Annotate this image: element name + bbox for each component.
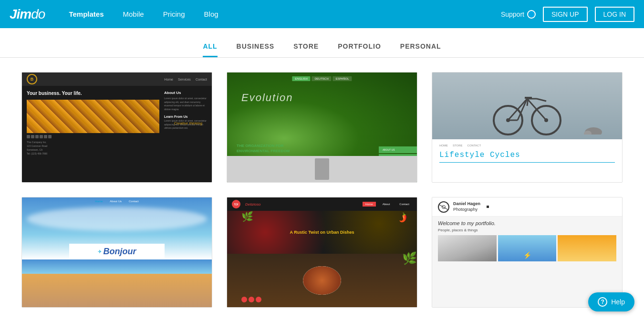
filter-bar: ALL BUSINESS STORE PORTFOLIO PERSONAL	[0, 28, 644, 58]
card5-pasta-section: 🌿	[227, 254, 417, 307]
card6-photographer-name: Daniel HagenPhotography	[453, 201, 480, 212]
bike-svg	[489, 80, 565, 137]
card2-bg: ENGLISH DEUTSCH ESPAÑOL Evolution ABOUT …	[227, 72, 417, 182]
card4-title-box: ✈ Bonjour	[69, 244, 165, 259]
help-icon: ?	[598, 297, 607, 307]
card4-nav: Home About Us Contact	[22, 200, 212, 203]
nav-templates[interactable]: Templates	[59, 0, 113, 28]
card5-tomatoes	[241, 297, 261, 302]
header: Jimdo Templates Mobile Pricing Blog Supp…	[0, 0, 644, 28]
nav-mobile[interactable]: Mobile	[114, 0, 154, 28]
card1-body: Your business. Your life.	[22, 86, 212, 182]
card5-headline: A Rustic Twist on Urban Dishes	[290, 230, 354, 235]
nav-blog[interactable]: Blog	[195, 0, 228, 28]
card3-title: Lifestyle Cycles	[439, 151, 615, 159]
card2-lamp	[227, 156, 417, 182]
card5-hero: 🌿 🌶️ A Rustic Twist on Urban Dishes	[227, 211, 417, 254]
card3-nav: HOME STORE CONTACT	[439, 144, 615, 147]
card5-nav: Home About Contact	[363, 202, 412, 207]
card1-image	[27, 100, 159, 133]
login-button[interactable]: LOG IN	[595, 7, 634, 22]
rocks-svg	[584, 125, 603, 135]
card2-languages: ENGLISH DEUTSCH ESPAÑOL	[292, 76, 352, 81]
help-button[interactable]: ? Help	[588, 292, 634, 311]
card6-welcome: Welcome to my portfolio.	[432, 217, 622, 228]
filter-portfolio[interactable]: PORTFOLIO	[338, 42, 381, 57]
card5-food-bg: 🌿 🌶️ A Rustic Twist on Urban Dishes	[227, 211, 417, 254]
card5-header: 🍽 Delizioso Home About Contact	[227, 197, 417, 211]
card6-header: Daniel HagenPhotography	[432, 197, 622, 217]
card5-basil-icon: 🌿	[241, 211, 253, 222]
card4-preview: Home About Us Contact ✈ Bonjour	[22, 197, 212, 307]
card1-left: Your business. Your life.	[27, 91, 159, 177]
card1-learn-title: Learn From Us	[164, 115, 207, 118]
card6-photo-1	[438, 235, 497, 261]
filter-personal[interactable]: PERSONAL	[400, 42, 441, 57]
card5-pasta-plate	[303, 266, 341, 295]
template-card-5[interactable]: 🍽 Delizioso Home About Contact 🌿 🌶️ A Ru…	[227, 197, 417, 308]
card1-nav-services: Services	[178, 78, 191, 81]
card4-nav-home: Home	[95, 200, 103, 203]
card3-info: HOME STORE CONTACT Lifestyle Cycles	[432, 139, 622, 182]
card2-lang-en: ENGLISH	[292, 76, 310, 81]
card1-logo: B	[27, 74, 37, 84]
card3-nav-contact: CONTACT	[467, 144, 481, 147]
template-card-6[interactable]: Daniel HagenPhotography Welcome to my po…	[432, 197, 623, 308]
card1-preview: B Home Services Contact Your business. Y…	[22, 72, 212, 182]
card5-peppers-icon: 🌶️	[396, 211, 409, 224]
card2-preview: ENGLISH DEUTSCH ESPAÑOL Evolution ABOUT …	[227, 72, 417, 182]
card5-preview: 🍽 Delizioso Home About Contact 🌿 🌶️ A Ru…	[227, 197, 417, 307]
card1-headline: Your business. Your life.	[27, 91, 159, 96]
filter-business[interactable]: BUSINESS	[237, 42, 275, 57]
card3-hero-image	[432, 72, 622, 139]
card4-nav-contact: Contact	[129, 200, 139, 203]
card6-photo-gallery: ⚡	[432, 235, 622, 261]
help-label: Help	[611, 298, 625, 306]
support-label: Support	[501, 10, 524, 18]
card2-lang-es: ESPAÑOL	[333, 76, 352, 81]
card5-nav-home: Home	[363, 202, 376, 207]
card4-nav-about: About Us	[110, 200, 122, 203]
filter-all[interactable]: ALL	[203, 42, 217, 57]
card6-photo-3	[558, 235, 616, 261]
card3-preview: HOME STORE CONTACT Lifestyle Cycles	[432, 72, 622, 182]
card1-about-title: About Us	[164, 91, 207, 95]
card2-nav-about: ABOUT US	[379, 146, 417, 153]
card6-tagline: People, places & things	[432, 228, 622, 235]
card1-nav-links: Home Services Contact	[164, 78, 207, 81]
card2-title: Evolution	[241, 92, 293, 104]
template-card-2[interactable]: ENGLISH DEUTSCH ESPAÑOL Evolution ABOUT …	[227, 72, 417, 183]
filter-store[interactable]: STORE	[293, 42, 319, 57]
logo[interactable]: Jimdo	[10, 7, 45, 22]
card4-clouds	[27, 207, 207, 231]
card3-nav-store: STORE	[453, 144, 463, 147]
card4-title: Bonjour	[104, 247, 136, 257]
card6-logo-icon	[438, 201, 449, 213]
card1-nav: B Home Services Contact	[22, 72, 212, 86]
support-link[interactable]: Support 🌐	[501, 10, 536, 19]
template-card-1[interactable]: B Home Services Contact Your business. Y…	[21, 72, 212, 183]
template-card-4[interactable]: Home About Us Contact ✈ Bonjour	[21, 197, 212, 308]
card1-nav-home: Home	[164, 78, 173, 81]
card1-creative: Creative thinking	[174, 121, 202, 125]
card5-nav-contact: Contact	[396, 202, 412, 207]
card5-logo-icon: 🍽	[232, 200, 240, 208]
svg-line-4	[508, 99, 527, 120]
card5-greens-icon: 🌿	[402, 251, 417, 265]
template-grid: B Home Services Contact Your business. Y…	[21, 72, 623, 308]
card2-subtitle: THE ORGANIZATION FORENVIRONMENTAL FREEDO…	[237, 143, 290, 154]
card1-right: About Us Lorem ipsum dolor sit amet, con…	[164, 91, 207, 177]
nav-pricing[interactable]: Pricing	[154, 0, 195, 28]
svg-line-11	[527, 98, 528, 106]
card2-lang-de: DEUTSCH	[312, 76, 332, 81]
svg-line-8	[537, 99, 546, 101]
card5-nav-about: About	[380, 202, 393, 207]
header-right: Support 🌐 SIGN UP LOG IN	[501, 7, 634, 22]
template-card-3[interactable]: HOME STORE CONTACT Lifestyle Cycles	[432, 72, 623, 183]
card6-preview: Daniel HagenPhotography Welcome to my po…	[432, 197, 622, 307]
card3-divider	[439, 162, 615, 163]
card3-nav-home: HOME	[439, 144, 448, 147]
signup-button[interactable]: SIGN UP	[543, 7, 588, 22]
card4-plane-icon: ✈	[98, 249, 102, 254]
card6-dot	[487, 206, 489, 208]
